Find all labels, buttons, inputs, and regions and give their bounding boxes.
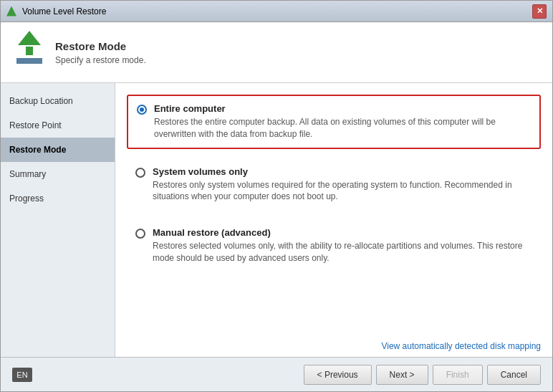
option-system-volumes-desc: Restores only system volumes required fo… <box>153 179 532 204</box>
option-system-volumes[interactable]: System volumes only Restores only system… <box>127 159 541 211</box>
footer: EN < Previous Next > Finish Cancel <box>1 357 552 391</box>
main-content: Backup Location Restore Point Restore Mo… <box>1 83 552 357</box>
content-area: Entire computer Restores the entire comp… <box>115 83 552 357</box>
option-manual-restore-desc: Restores selected volumes only, with the… <box>153 240 532 264</box>
window-icon <box>6 6 18 17</box>
sidebar-item-summary[interactable]: Summary <box>1 162 115 186</box>
option-system-volumes-content: System volumes only Restores only system… <box>153 166 532 204</box>
header-subtitle: Specify a restore mode. <box>55 55 146 65</box>
sidebar-item-restore-point[interactable]: Restore Point <box>1 113 115 138</box>
header-text: Restore Mode Specify a restore mode. <box>55 40 146 65</box>
radio-manual-restore[interactable] <box>135 229 145 239</box>
locale-badge: EN <box>12 368 32 382</box>
main-window: Volume Level Restore ✕ Restore Mode Spec… <box>0 0 553 392</box>
option-entire-computer-content: Entire computer Restores the entire comp… <box>154 103 531 140</box>
footer-buttons: < Previous Next > Finish Cancel <box>304 365 541 385</box>
sidebar-item-restore-mode[interactable]: Restore Mode <box>1 138 115 162</box>
option-manual-restore[interactable]: Manual restore (advanced) Restores selec… <box>127 220 541 272</box>
sidebar-item-backup-location[interactable]: Backup Location <box>1 89 115 113</box>
option-entire-computer[interactable]: Entire computer Restores the entire comp… <box>127 95 541 149</box>
header-title: Restore Mode <box>55 40 146 52</box>
option-entire-computer-title: Entire computer <box>154 103 531 114</box>
disk-mapping-link[interactable]: View automatically detected disk mapping <box>381 341 541 351</box>
next-button[interactable]: Next > <box>376 365 428 385</box>
radio-entire-computer[interactable] <box>137 105 147 115</box>
title-bar: Volume Level Restore ✕ <box>1 1 552 22</box>
sidebar: Backup Location Restore Point Restore Mo… <box>1 83 115 357</box>
option-manual-restore-content: Manual restore (advanced) Restores selec… <box>153 227 532 264</box>
cancel-button[interactable]: Cancel <box>487 365 541 385</box>
window-title: Volume Level Restore <box>22 6 532 16</box>
option-system-volumes-title: System volumes only <box>153 166 532 177</box>
disk-mapping-link-row: View automatically detected disk mapping <box>381 340 541 351</box>
previous-button[interactable]: < Previous <box>304 365 372 385</box>
finish-button[interactable]: Finish <box>433 365 483 385</box>
restore-icon <box>12 31 47 74</box>
option-manual-restore-title: Manual restore (advanced) <box>153 227 532 238</box>
radio-system-volumes[interactable] <box>135 168 145 178</box>
header: Restore Mode Specify a restore mode. <box>1 22 552 83</box>
option-entire-computer-desc: Restores the entire computer backup. All… <box>154 116 531 140</box>
sidebar-item-progress[interactable]: Progress <box>1 186 115 211</box>
close-button[interactable]: ✕ <box>532 4 547 19</box>
